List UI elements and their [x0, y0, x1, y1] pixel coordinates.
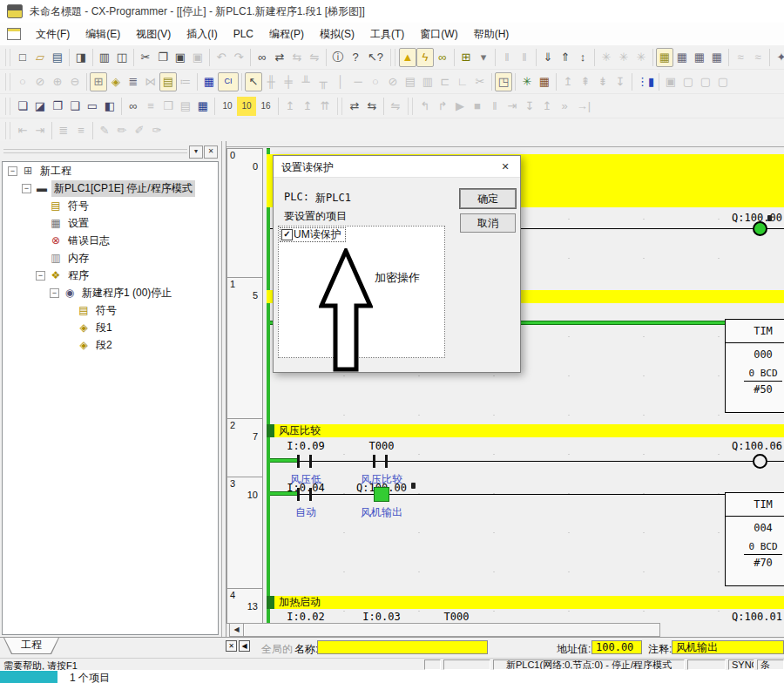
monitor-hex-button[interactable]: 16 [256, 97, 275, 116]
output-coil-energized[interactable] [753, 221, 767, 236]
toolbar-handle[interactable] [390, 49, 395, 66]
menu-item-0[interactable]: 文件(F) [28, 23, 78, 45]
workspace-menu-button[interactable]: ▾ [189, 145, 203, 159]
menu-item-5[interactable]: 编程(P) [261, 23, 312, 45]
pane-close-button[interactable]: ✕ [226, 640, 237, 652]
rung-margin-1[interactable]: 1 5 [226, 277, 263, 419]
comment-field[interactable]: 风机输出 [672, 640, 784, 654]
tim-block-2[interactable]: TIM 004 0 BCD #70 [725, 492, 784, 586]
cut-button[interactable]: ✂ [137, 48, 154, 67]
dialog-title-bar[interactable]: 设置读保护 ✕ [274, 156, 520, 178]
data-trace-button[interactable]: ▦ [536, 72, 553, 91]
workspace-close-button[interactable]: ✕ [204, 145, 218, 159]
transfer-program-button[interactable]: ⇄ [346, 97, 363, 116]
monitor-in-rung-button[interactable]: ▤ [159, 72, 177, 91]
compare-with-plc-button[interactable]: ↕ [574, 48, 591, 67]
tree-expander-icon[interactable]: − [8, 166, 17, 176]
toolbar-handle[interactable] [337, 98, 342, 115]
find-bit-button[interactable]: ∞ [125, 97, 142, 116]
tree-item-8[interactable]: ▤符号 [3, 301, 218, 319]
contact-bar[interactable] [385, 455, 388, 468]
tree-item-2[interactable]: ▤符号 [3, 197, 218, 214]
paste-button[interactable]: ▣ [172, 48, 189, 67]
horizontal-scrollbar[interactable]: ◀ [229, 623, 660, 637]
toolbar-handle[interactable] [5, 73, 10, 91]
ci-view-button[interactable]: CI [218, 72, 239, 91]
toolbar-handle[interactable] [5, 98, 10, 115]
save-project-button[interactable]: ▤ [49, 48, 66, 67]
arrange-icons-button[interactable]: ▭ [84, 97, 101, 116]
work-online-button[interactable]: ϟ [416, 48, 434, 67]
print-button[interactable]: ▥ [96, 48, 113, 67]
workspace-header[interactable]: ▾ ✕ [2, 145, 219, 159]
window-properties-button[interactable]: ◧ [101, 97, 118, 116]
contact-bar[interactable] [297, 488, 300, 501]
menu-item-8[interactable]: 窗口(W) [412, 23, 465, 45]
monitor-signed-decimal-button[interactable]: 10 [237, 97, 256, 116]
menu-item-6[interactable]: 模拟(S) [312, 23, 362, 45]
replace-button[interactable]: ⇄ [271, 48, 288, 67]
toggle-grid-button[interactable]: ⊞ [90, 72, 107, 91]
tree-expander-icon[interactable]: − [36, 271, 45, 281]
print-preview-button[interactable]: ◫ [113, 48, 131, 67]
open-project-button[interactable]: ▱ [31, 48, 49, 67]
toolbar-handle[interactable] [408, 98, 413, 115]
menu-item-2[interactable]: 视图(V) [128, 23, 179, 45]
tree-item-10[interactable]: ◈段2 [3, 336, 218, 354]
pause-monitoring-button[interactable]: ▦ [691, 48, 708, 67]
monitor-decimal-button[interactable]: 10 [218, 97, 237, 116]
context-help-button[interactable]: ↖? [364, 48, 387, 67]
select-tool-button[interactable]: ↖ [245, 72, 262, 91]
output-coil[interactable] [753, 454, 767, 469]
tree-item-7[interactable]: −◉新建程序1 (00)停止 [3, 284, 218, 301]
project-tab[interactable]: 工程 [3, 638, 59, 654]
online-edit-rungs-button[interactable]: ⊞ [457, 48, 475, 67]
monitor-all-windows-button[interactable]: ▦ [673, 48, 691, 67]
name-field[interactable] [317, 640, 488, 654]
pane-back-button[interactable]: ◀ [239, 640, 250, 652]
new-document-button[interactable]: □ [14, 48, 31, 67]
cascade-windows-button[interactable]: ❐ [49, 97, 66, 116]
cancel-button[interactable]: 取消 [460, 213, 516, 233]
menu-item-3[interactable]: 插入(I) [179, 23, 225, 45]
scrollbar-thumb[interactable] [244, 624, 659, 636]
data-display-mode-button[interactable]: ▦ [708, 48, 726, 67]
set-protection-button[interactable]: ✦ [773, 48, 784, 67]
rung-margin-4[interactable]: 4 13 [226, 588, 263, 624]
transfer-settings-button[interactable]: ⇆ [363, 97, 381, 116]
checkbox-checked-icon[interactable]: ✓ [281, 229, 293, 240]
new-window-button[interactable]: ❏ [14, 97, 31, 116]
address-value-field[interactable]: 100.00 [591, 640, 642, 654]
dialog-close-button[interactable]: ✕ [498, 159, 512, 173]
transfer-to-plc-button[interactable]: ⇓ [539, 48, 557, 67]
monitor-mode-button[interactable]: ▦ [656, 48, 673, 67]
ok-button[interactable]: 确定 [460, 189, 516, 208]
find-compile-error-button[interactable]: ∞ [434, 48, 451, 67]
rung-margin-3[interactable]: 3 10 [226, 477, 263, 589]
rung-margin-0[interactable]: 0 0 [226, 148, 263, 278]
menu-item-4[interactable]: PLC [226, 23, 261, 45]
show-rung-annotations-button[interactable]: ≣ [125, 72, 142, 91]
menu-item-9[interactable]: 帮助(H) [466, 23, 517, 45]
transfer-from-plc-button[interactable]: ⇑ [557, 48, 574, 67]
contact-on-indicator[interactable] [374, 487, 389, 502]
toolbar-handle[interactable] [5, 49, 10, 66]
toolbar-handle[interactable] [5, 122, 10, 139]
rung-margin-2[interactable]: 2 7 [226, 418, 263, 477]
contact-bar[interactable] [309, 488, 312, 501]
tree-item-4[interactable]: ⊗错误日志 [3, 232, 218, 249]
tree-expander-icon[interactable]: − [50, 288, 59, 298]
compile-program-button[interactable]: ▲ [399, 48, 416, 67]
tree-item-6[interactable]: −❖程序 [3, 267, 218, 284]
tree-item-0[interactable]: −⊞新工程 [3, 162, 218, 179]
force-status-button[interactable]: ⋮▮ [635, 72, 656, 91]
transfer-options-button[interactable]: ▾ [475, 48, 492, 67]
tile-windows-button[interactable]: ❑ [66, 97, 84, 116]
child-window-icon[interactable] [7, 28, 21, 40]
differentiate-monitor-button[interactable]: ✳ [518, 72, 536, 91]
copy-button[interactable]: ❐ [154, 48, 172, 67]
tree-item-5[interactable]: ▥内存 [3, 249, 218, 267]
show-symbol-bar-button[interactable]: ◈ [107, 72, 125, 91]
menu-item-7[interactable]: 工具(T) [362, 23, 412, 45]
plc-info-button[interactable]: ⓘ [329, 48, 347, 67]
